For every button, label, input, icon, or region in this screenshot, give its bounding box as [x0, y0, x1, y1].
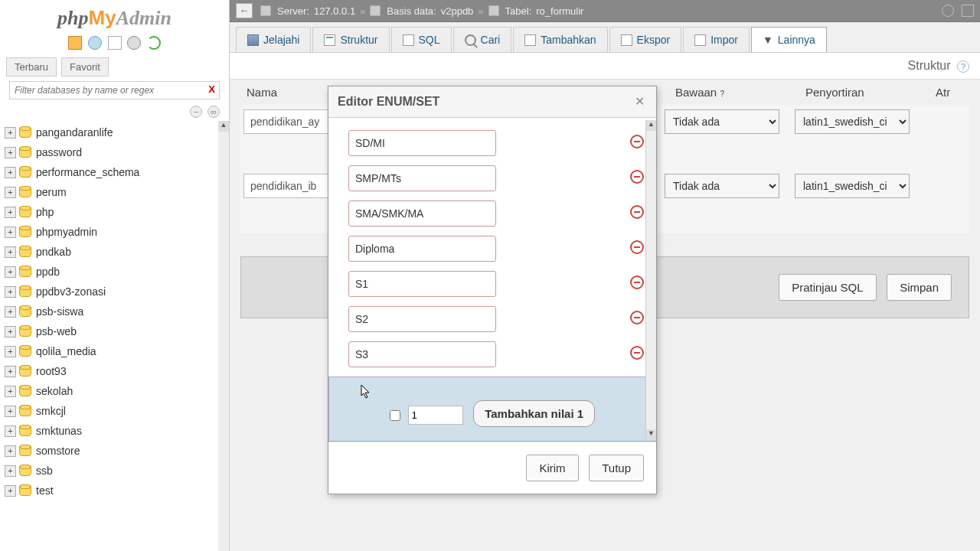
collation-select[interactable]: latin1_swedish_ci [795, 174, 910, 198]
close-button[interactable]: Tutup [589, 455, 644, 481]
add-count-input[interactable] [408, 406, 463, 425]
default-select[interactable]: Tidak ada [665, 174, 779, 198]
submit-button[interactable]: Kirim [526, 455, 578, 481]
db-tree-item[interactable]: +php [3, 202, 226, 222]
enum-value-input[interactable] [348, 236, 496, 262]
expand-icon[interactable]: + [5, 485, 16, 497]
exit-icon[interactable] [962, 5, 974, 17]
db-tree-item[interactable]: +smktunas [3, 421, 226, 441]
preview-sql-button[interactable]: Pratinjau SQL [779, 274, 876, 301]
db-name: ssb [36, 465, 53, 477]
filter-input[interactable] [9, 81, 220, 99]
collapse-icon[interactable]: − [190, 106, 202, 118]
tab-import[interactable]: Impor [683, 27, 750, 52]
tab-recent[interactable]: Terbaru [6, 57, 57, 77]
expand-icon[interactable]: + [5, 266, 16, 278]
db-link[interactable]: v2ppdb [441, 5, 474, 17]
default-select[interactable]: Tidak ada [665, 109, 779, 134]
link-icon[interactable]: ∞ [207, 106, 220, 118]
db-tree-item[interactable]: +smkcjl [3, 401, 226, 421]
db-tree-item[interactable]: +root93 [3, 361, 226, 381]
clear-filter-icon[interactable]: X [208, 83, 215, 95]
enum-value-input[interactable] [348, 130, 496, 156]
table-link[interactable]: ro_formulir [536, 5, 583, 17]
tab-search[interactable]: Cari [453, 27, 512, 52]
expand-icon[interactable]: + [5, 227, 16, 238]
remove-value-icon[interactable] [630, 311, 644, 324]
expand-icon[interactable]: + [5, 147, 16, 158]
expand-icon[interactable]: + [5, 246, 16, 258]
db-tree-item[interactable]: +perum [3, 182, 226, 202]
db-name: psb-siswa [36, 305, 83, 318]
expand-icon[interactable]: + [5, 465, 16, 477]
db-tree-item[interactable]: +performance_schema [3, 162, 226, 182]
home-icon[interactable] [68, 36, 82, 50]
db-tree-item[interactable]: +somstore [3, 441, 226, 461]
add-checkbox[interactable] [390, 410, 400, 421]
expand-icon[interactable]: + [5, 286, 16, 298]
expand-icon[interactable]: + [5, 187, 16, 198]
remove-value-icon[interactable] [630, 276, 644, 289]
enum-value-input[interactable] [348, 271, 496, 297]
server-link[interactable]: 127.0.0.1 [314, 5, 355, 17]
expand-icon[interactable]: + [5, 425, 16, 437]
insert-icon [524, 34, 536, 46]
database-icon [19, 286, 31, 297]
globe-icon[interactable] [88, 36, 102, 50]
help-icon[interactable]: ? [720, 90, 724, 98]
expand-icon[interactable]: + [5, 406, 16, 417]
db-tree-item[interactable]: +test [3, 481, 226, 500]
tab-more[interactable]: ▼Lainnya [751, 27, 827, 52]
tab-export[interactable]: Ekspor [609, 27, 682, 52]
tab-sql[interactable]: SQL [391, 27, 452, 52]
db-tree-item[interactable]: +phpmyadmin [3, 222, 226, 242]
add-value-button[interactable]: Tambahkan nilai 1 [473, 400, 595, 427]
db-tree-item[interactable]: +pangandaranlife [3, 122, 226, 142]
enum-value-input[interactable] [348, 306, 496, 332]
modal-scrollbar[interactable]: ▲ ▼ [645, 120, 656, 440]
scroll-down-icon[interactable]: ▼ [646, 429, 656, 440]
enum-value-input[interactable] [348, 201, 496, 227]
expand-icon[interactable]: + [5, 445, 16, 457]
db-tree-item[interactable]: +ppdbv3-zonasi [3, 282, 226, 302]
tab-favorites[interactable]: Favorit [61, 57, 109, 77]
back-button[interactable]: ← [236, 3, 253, 18]
settings-gear-icon[interactable] [942, 5, 954, 17]
tab-structure[interactable]: Struktur [312, 27, 389, 52]
doc-icon[interactable] [108, 36, 122, 50]
db-tree-item[interactable]: +sekolah [3, 381, 226, 401]
help-icon[interactable]: ? [957, 60, 969, 73]
db-tree-item[interactable]: +password [3, 142, 226, 162]
scroll-up-icon[interactable]: ▲ [218, 121, 229, 132]
gear-icon[interactable] [127, 36, 141, 50]
expand-icon[interactable]: + [5, 366, 16, 377]
db-tree-item[interactable]: +pndkab [3, 242, 226, 262]
db-tree-item[interactable]: +qolila_media [3, 341, 226, 361]
tab-insert[interactable]: Tambahkan [513, 27, 607, 52]
tab-browse[interactable]: Jelajahi [236, 27, 311, 52]
enum-value-input[interactable] [348, 165, 496, 191]
refresh-icon[interactable] [147, 36, 161, 50]
remove-value-icon[interactable] [630, 205, 644, 219]
modal-close-icon[interactable]: ✕ [632, 94, 647, 109]
remove-value-icon[interactable] [630, 240, 644, 254]
db-tree-item[interactable]: +ssb [3, 461, 226, 481]
enum-value-input[interactable] [348, 341, 496, 367]
expand-icon[interactable]: + [5, 207, 16, 218]
save-button[interactable]: Simpan [887, 274, 952, 301]
database-tree[interactable]: ▲ +pangandaranlife+password+performance_… [0, 121, 229, 551]
db-tree-item[interactable]: +psb-siswa [3, 302, 226, 321]
expand-icon[interactable]: + [5, 167, 16, 178]
remove-value-icon[interactable] [630, 170, 644, 184]
expand-icon[interactable]: + [5, 326, 16, 337]
remove-value-icon[interactable] [630, 346, 644, 360]
expand-icon[interactable]: + [5, 306, 16, 318]
db-tree-item[interactable]: +psb-web [3, 321, 226, 341]
db-tree-item[interactable]: +ppdb [3, 262, 226, 282]
scroll-up-icon[interactable]: ▲ [646, 120, 656, 131]
expand-icon[interactable]: + [5, 127, 16, 139]
remove-value-icon[interactable] [630, 135, 644, 148]
collation-select[interactable]: latin1_swedish_ci [795, 109, 910, 134]
expand-icon[interactable]: + [5, 346, 16, 357]
expand-icon[interactable]: + [5, 386, 16, 397]
